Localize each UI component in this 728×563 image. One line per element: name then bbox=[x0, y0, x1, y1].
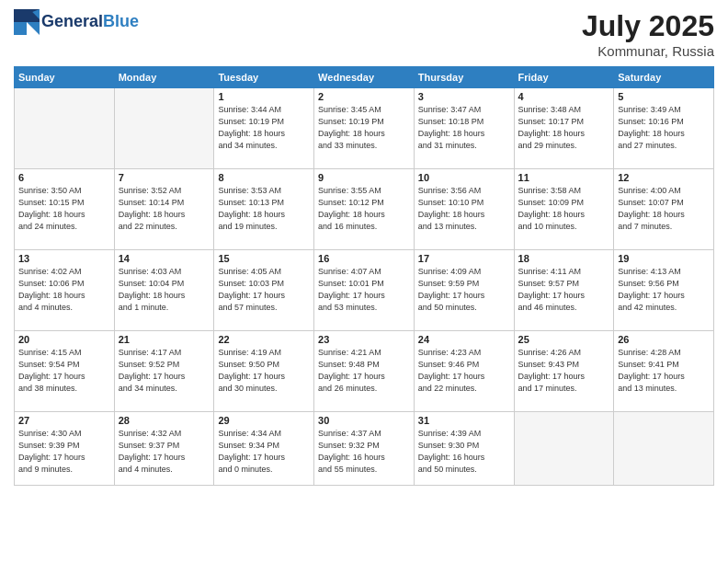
calendar-cell: 6Sunrise: 3:50 AM Sunset: 10:15 PM Dayli… bbox=[15, 169, 115, 250]
calendar-cell: 23Sunrise: 4:21 AM Sunset: 9:48 PM Dayli… bbox=[314, 331, 415, 412]
day-number: 4 bbox=[518, 91, 610, 102]
day-info: Sunrise: 3:55 AM Sunset: 10:12 PM Daylig… bbox=[318, 185, 410, 233]
day-info: Sunrise: 4:37 AM Sunset: 9:32 PM Dayligh… bbox=[318, 428, 410, 476]
calendar-cell: 14Sunrise: 4:03 AM Sunset: 10:04 PM Dayl… bbox=[114, 250, 214, 331]
day-info: Sunrise: 4:03 AM Sunset: 10:04 PM Daylig… bbox=[119, 266, 210, 314]
day-number: 13 bbox=[18, 253, 110, 264]
day-info: Sunrise: 4:34 AM Sunset: 9:34 PM Dayligh… bbox=[218, 428, 310, 476]
day-number: 2 bbox=[318, 91, 410, 102]
location: Kommunar, Russia bbox=[582, 43, 714, 59]
calendar-cell: 15Sunrise: 4:05 AM Sunset: 10:03 PM Dayl… bbox=[214, 250, 314, 331]
svg-marker-3 bbox=[27, 22, 40, 35]
title-block: July 2025 Kommunar, Russia bbox=[582, 9, 714, 59]
day-info: Sunrise: 4:19 AM Sunset: 9:50 PM Dayligh… bbox=[218, 347, 310, 395]
calendar-cell: 17Sunrise: 4:09 AM Sunset: 9:59 PM Dayli… bbox=[414, 250, 514, 331]
day-number: 26 bbox=[618, 334, 710, 345]
day-info: Sunrise: 4:21 AM Sunset: 9:48 PM Dayligh… bbox=[318, 347, 410, 395]
calendar-cell: 8Sunrise: 3:53 AM Sunset: 10:13 PM Dayli… bbox=[214, 169, 314, 250]
week-row-3: 13Sunrise: 4:02 AM Sunset: 10:06 PM Dayl… bbox=[15, 250, 714, 331]
weekday-header-monday: Monday bbox=[114, 67, 214, 88]
day-info: Sunrise: 4:23 AM Sunset: 9:46 PM Dayligh… bbox=[418, 347, 510, 395]
logo: GeneralBlue bbox=[14, 9, 139, 35]
month-title: July 2025 bbox=[582, 9, 714, 43]
week-row-1: 1Sunrise: 3:44 AM Sunset: 10:19 PM Dayli… bbox=[15, 88, 714, 169]
day-info: Sunrise: 4:28 AM Sunset: 9:41 PM Dayligh… bbox=[618, 347, 710, 395]
day-number: 27 bbox=[18, 415, 110, 426]
day-number: 18 bbox=[518, 253, 610, 264]
day-info: Sunrise: 3:58 AM Sunset: 10:09 PM Daylig… bbox=[518, 185, 610, 233]
calendar-cell: 31Sunrise: 4:39 AM Sunset: 9:30 PM Dayli… bbox=[414, 412, 514, 486]
day-number: 15 bbox=[218, 253, 310, 264]
calendar-cell: 13Sunrise: 4:02 AM Sunset: 10:06 PM Dayl… bbox=[15, 250, 115, 331]
day-number: 21 bbox=[119, 334, 210, 345]
day-number: 29 bbox=[218, 415, 310, 426]
weekday-header-wednesday: Wednesday bbox=[314, 67, 415, 88]
day-info: Sunrise: 4:15 AM Sunset: 9:54 PM Dayligh… bbox=[18, 347, 110, 395]
calendar-cell: 20Sunrise: 4:15 AM Sunset: 9:54 PM Dayli… bbox=[15, 331, 115, 412]
week-row-2: 6Sunrise: 3:50 AM Sunset: 10:15 PM Dayli… bbox=[15, 169, 714, 250]
day-number: 22 bbox=[218, 334, 310, 345]
day-number: 5 bbox=[618, 91, 710, 102]
calendar-cell: 29Sunrise: 4:34 AM Sunset: 9:34 PM Dayli… bbox=[214, 412, 314, 486]
day-number: 14 bbox=[119, 253, 210, 264]
weekday-header-saturday: Saturday bbox=[614, 67, 714, 88]
day-info: Sunrise: 4:26 AM Sunset: 9:43 PM Dayligh… bbox=[518, 347, 610, 395]
calendar-cell: 27Sunrise: 4:30 AM Sunset: 9:39 PM Dayli… bbox=[15, 412, 115, 486]
day-info: Sunrise: 3:47 AM Sunset: 10:18 PM Daylig… bbox=[418, 104, 510, 152]
calendar-cell: 16Sunrise: 4:07 AM Sunset: 10:01 PM Dayl… bbox=[314, 250, 415, 331]
weekday-header-thursday: Thursday bbox=[414, 67, 514, 88]
calendar-cell: 1Sunrise: 3:44 AM Sunset: 10:19 PM Dayli… bbox=[214, 88, 314, 169]
calendar-cell: 21Sunrise: 4:17 AM Sunset: 9:52 PM Dayli… bbox=[114, 331, 214, 412]
day-info: Sunrise: 3:50 AM Sunset: 10:15 PM Daylig… bbox=[18, 185, 110, 233]
day-info: Sunrise: 4:39 AM Sunset: 9:30 PM Dayligh… bbox=[418, 428, 510, 476]
calendar-cell: 5Sunrise: 3:49 AM Sunset: 10:16 PM Dayli… bbox=[614, 88, 714, 169]
calendar-cell: 26Sunrise: 4:28 AM Sunset: 9:41 PM Dayli… bbox=[614, 331, 714, 412]
calendar-cell bbox=[15, 88, 115, 169]
day-info: Sunrise: 4:02 AM Sunset: 10:06 PM Daylig… bbox=[18, 266, 110, 314]
day-info: Sunrise: 3:56 AM Sunset: 10:10 PM Daylig… bbox=[418, 185, 510, 233]
calendar-cell: 3Sunrise: 3:47 AM Sunset: 10:18 PM Dayli… bbox=[414, 88, 514, 169]
day-info: Sunrise: 4:13 AM Sunset: 9:56 PM Dayligh… bbox=[618, 266, 710, 314]
calendar-cell: 12Sunrise: 4:00 AM Sunset: 10:07 PM Dayl… bbox=[614, 169, 714, 250]
calendar-cell: 9Sunrise: 3:55 AM Sunset: 10:12 PM Dayli… bbox=[314, 169, 415, 250]
day-number: 1 bbox=[218, 91, 310, 102]
weekday-header-tuesday: Tuesday bbox=[214, 67, 314, 88]
page: GeneralBlue July 2025 Kommunar, Russia S… bbox=[0, 0, 728, 563]
day-number: 28 bbox=[119, 415, 210, 426]
day-number: 10 bbox=[418, 172, 510, 183]
day-info: Sunrise: 4:07 AM Sunset: 10:01 PM Daylig… bbox=[318, 266, 410, 314]
day-info: Sunrise: 4:17 AM Sunset: 9:52 PM Dayligh… bbox=[119, 347, 210, 395]
calendar-cell bbox=[114, 88, 214, 169]
day-info: Sunrise: 3:48 AM Sunset: 10:17 PM Daylig… bbox=[518, 104, 610, 152]
day-number: 8 bbox=[218, 172, 310, 183]
day-number: 30 bbox=[318, 415, 410, 426]
weekday-header-sunday: Sunday bbox=[15, 67, 115, 88]
day-number: 16 bbox=[318, 253, 410, 264]
svg-rect-2 bbox=[14, 22, 27, 35]
header: GeneralBlue July 2025 Kommunar, Russia bbox=[14, 9, 714, 59]
calendar-cell: 28Sunrise: 4:32 AM Sunset: 9:37 PM Dayli… bbox=[114, 412, 214, 486]
calendar-cell: 2Sunrise: 3:45 AM Sunset: 10:19 PM Dayli… bbox=[314, 88, 415, 169]
calendar-cell: 22Sunrise: 4:19 AM Sunset: 9:50 PM Dayli… bbox=[214, 331, 314, 412]
weekday-header-friday: Friday bbox=[514, 67, 614, 88]
day-number: 25 bbox=[518, 334, 610, 345]
day-info: Sunrise: 4:00 AM Sunset: 10:07 PM Daylig… bbox=[618, 185, 710, 233]
day-info: Sunrise: 3:53 AM Sunset: 10:13 PM Daylig… bbox=[218, 185, 310, 233]
calendar-cell: 10Sunrise: 3:56 AM Sunset: 10:10 PM Dayl… bbox=[414, 169, 514, 250]
day-info: Sunrise: 3:52 AM Sunset: 10:14 PM Daylig… bbox=[119, 185, 210, 233]
week-row-5: 27Sunrise: 4:30 AM Sunset: 9:39 PM Dayli… bbox=[15, 412, 714, 486]
day-number: 7 bbox=[119, 172, 210, 183]
logo-icon bbox=[14, 9, 40, 35]
day-number: 20 bbox=[18, 334, 110, 345]
calendar-cell: 7Sunrise: 3:52 AM Sunset: 10:14 PM Dayli… bbox=[114, 169, 214, 250]
calendar-cell bbox=[514, 412, 614, 486]
day-number: 3 bbox=[418, 91, 510, 102]
day-info: Sunrise: 4:11 AM Sunset: 9:57 PM Dayligh… bbox=[518, 266, 610, 314]
calendar-cell: 4Sunrise: 3:48 AM Sunset: 10:17 PM Dayli… bbox=[514, 88, 614, 169]
day-info: Sunrise: 3:45 AM Sunset: 10:19 PM Daylig… bbox=[318, 104, 410, 152]
calendar-cell: 19Sunrise: 4:13 AM Sunset: 9:56 PM Dayli… bbox=[614, 250, 714, 331]
day-number: 19 bbox=[618, 253, 710, 264]
week-row-4: 20Sunrise: 4:15 AM Sunset: 9:54 PM Dayli… bbox=[15, 331, 714, 412]
day-number: 17 bbox=[418, 253, 510, 264]
calendar-cell: 18Sunrise: 4:11 AM Sunset: 9:57 PM Dayli… bbox=[514, 250, 614, 331]
